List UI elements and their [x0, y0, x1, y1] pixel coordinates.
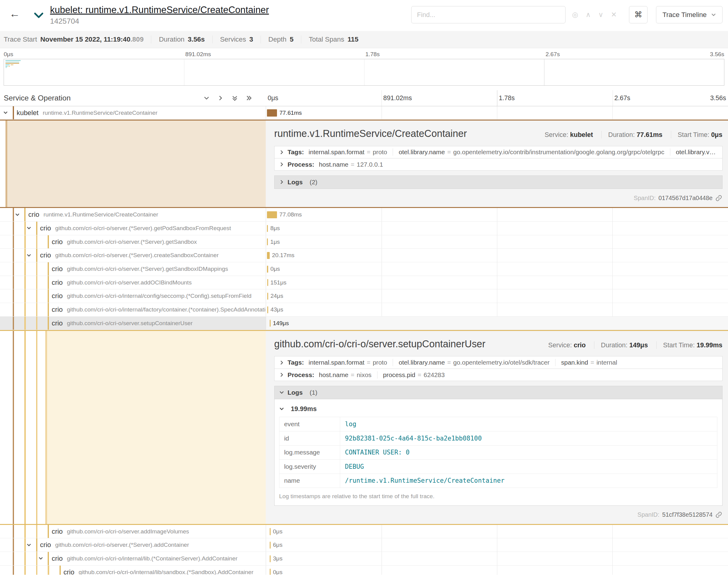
span-duration-label: 24μs [270, 289, 283, 303]
tags-list: internal.span.format=protootel.library.n… [308, 359, 617, 366]
process-accordion[interactable]: Process: host.name=127.0.0.1 [274, 159, 723, 171]
span-name-cell[interactable]: criogithub.com/cri-o/cri-o/server.(*Serv… [0, 262, 266, 276]
span-name-cell[interactable]: criogithub.com/cri-o/cri-o/server.(*Serv… [0, 249, 266, 262]
indent-guide [36, 525, 38, 538]
ruler-tick: 1.78s [499, 94, 515, 102]
span-row[interactable]: criogithub.com/cri-o/cri-o/server.addIma… [0, 525, 728, 539]
span-bar-cell[interactable]: 0μs [266, 262, 728, 276]
span-row[interactable]: criogithub.com/cri-o/cri-o/server.addOCI… [0, 276, 728, 290]
tags-list: internal.span.format=protootel.library.n… [308, 148, 716, 156]
copy-link-icon[interactable] [715, 511, 722, 518]
span-name-cell[interactable]: criogithub.com/cri-o/cri-o/internal/conf… [0, 289, 266, 303]
span-name-cell[interactable]: criogithub.com/cri-o/cri-o/internal/fact… [0, 303, 266, 316]
trace-view-selector[interactable]: Trace Timeline [656, 6, 722, 23]
span-name-cell[interactable]: criogithub.com/cri-o/cri-o/server.(*Serv… [0, 538, 266, 552]
span-bar-cell[interactable]: 151μs [266, 276, 728, 289]
tags-accordion[interactable]: Tags: internal.span.format=protootel.lib… [274, 146, 723, 159]
trace-title-link[interactable]: kubelet: runtime.v1.RuntimeService/Creat… [50, 5, 269, 15]
service-name: crio [36, 222, 51, 235]
keyboard-shortcuts-button[interactable]: ⌘ [629, 6, 648, 23]
expand-one-icon[interactable] [218, 95, 224, 101]
span-bar-cell[interactable]: 3μs [266, 552, 728, 565]
span-bar-cell[interactable]: 77.08ms [266, 208, 728, 221]
span-row[interactable]: criogithub.com/cri-o/cri-o/internal/conf… [0, 289, 728, 303]
span-bar-cell[interactable]: 20.17ms [266, 249, 728, 262]
span-name-cell[interactable]: kubeletruntime.v1.RuntimeService/CreateC… [0, 106, 266, 120]
tags-accordion[interactable]: Tags: internal.span.format=protootel.lib… [274, 356, 723, 369]
focus-match-icon[interactable]: ◎ [572, 11, 578, 18]
service-operation-title: Service & Operation [4, 94, 203, 102]
span-row[interactable]: criogithub.com/cri-o/cri-o/internal/fact… [0, 303, 728, 317]
span-name-cell[interactable]: criogithub.com/cri-o/cri-o/server.setupC… [0, 317, 266, 330]
indent-guide [13, 331, 14, 524]
span-name-cell[interactable]: criogithub.com/cri-o/cri-o/server.(*Serv… [0, 222, 266, 235]
collapse-one-icon[interactable] [203, 95, 209, 101]
expand-chevron-icon[interactable] [14, 212, 20, 217]
span-bar-cell[interactable]: 0μs [266, 566, 728, 575]
top-bar-controls: ◎ ∧ ∨ ✕ ⌘ Trace Timeline [411, 6, 723, 23]
minimap-canvas[interactable] [4, 59, 724, 86]
logs-accordion[interactable]: Logs (2) [274, 175, 723, 189]
expand-chevron-icon[interactable] [26, 225, 32, 231]
span-bar-cell[interactable]: 1μs [266, 235, 728, 249]
find-controls: ◎ ∧ ∨ ✕ [572, 11, 617, 18]
span-row[interactable]: criogithub.com/cri-o/cri-o/server.(*Serv… [0, 235, 728, 249]
logs-accordion[interactable]: Logs (1) [274, 386, 723, 399]
key-value-item: otel.library.name=go.opentelemetry.io/co… [393, 148, 664, 156]
span-duration-label: 43μs [270, 303, 283, 317]
clear-search-icon[interactable]: ✕ [611, 11, 617, 18]
indent-guide [13, 303, 14, 316]
expand-chevron-icon[interactable] [3, 110, 8, 115]
chevron-right-icon [279, 360, 284, 365]
back-button[interactable]: ← [9, 8, 20, 19]
span-bar-cell[interactable]: 0μs [266, 525, 728, 538]
span-duration-label: 0μs [273, 525, 283, 539]
indent-guide [13, 276, 14, 289]
next-match-icon[interactable]: ∨ [598, 11, 603, 18]
collapse-all-icon[interactable] [232, 95, 238, 101]
span-bar-cell[interactable]: 77.61ms [266, 106, 728, 120]
span-bar-cell[interactable]: 24μs [266, 289, 728, 303]
minimap-tick: 2.67s [544, 51, 560, 58]
expand-all-icon[interactable] [246, 95, 252, 101]
span-bar-cell[interactable]: 149μs [266, 317, 728, 330]
span-name-cell[interactable]: criogithub.com/cri-o/cri-o/server.addOCI… [0, 276, 266, 289]
span-row[interactable]: crioruntime.v1.RuntimeService/CreateCont… [0, 208, 728, 222]
chevron-down-icon [279, 390, 284, 395]
indent-guide [13, 525, 14, 538]
span-row[interactable]: criogithub.com/cri-o/cri-o/server.(*Serv… [0, 262, 728, 276]
span-bar [270, 542, 271, 549]
span-bar-cell[interactable]: 43μs [266, 303, 728, 316]
expand-chevron-icon[interactable] [26, 542, 32, 548]
span-name-cell[interactable]: crioruntime.v1.RuntimeService/CreateCont… [0, 208, 266, 221]
indent-guide [24, 525, 26, 538]
process-accordion[interactable]: Process: host.name=nixosprocess.pid=6242… [274, 369, 723, 381]
copy-link-icon[interactable] [715, 195, 722, 202]
indent-guide [24, 262, 26, 276]
find-input[interactable] [411, 6, 565, 23]
span-row[interactable]: criogithub.com/cri-o/cri-o/internal/lib/… [0, 566, 728, 575]
span-row[interactable]: criogithub.com/cri-o/cri-o/server.(*Serv… [0, 249, 728, 262]
span-name-cell[interactable]: criogithub.com/cri-o/cri-o/server.addIma… [0, 525, 266, 538]
expand-chevron-icon[interactable] [38, 555, 43, 561]
span-bar-cell[interactable]: 6μs [266, 538, 728, 552]
span-name-cell[interactable]: criogithub.com/cri-o/cri-o/internal/lib/… [0, 566, 266, 575]
span-row[interactable]: criogithub.com/cri-o/cri-o/server.(*Serv… [0, 538, 728, 552]
span-name-cell[interactable]: criogithub.com/cri-o/cri-o/internal/lib.… [0, 552, 266, 565]
span-name-cell[interactable]: criogithub.com/cri-o/cri-o/server.(*Serv… [0, 235, 266, 249]
span-row[interactable]: criogithub.com/cri-o/cri-o/server.(*Serv… [0, 222, 728, 235]
log-entry-toggle[interactable]: 19.99ms [278, 403, 718, 417]
collapse-header-chevron-icon[interactable] [33, 10, 44, 23]
indent-guide [13, 317, 14, 330]
expand-chevron-icon[interactable] [26, 252, 32, 258]
log-field-row: name/runtime.v1.RuntimeService/CreateCon… [279, 474, 717, 488]
span-bar-cell[interactable]: 8μs [266, 222, 728, 235]
span-row[interactable]: criogithub.com/cri-o/cri-o/internal/lib.… [0, 552, 728, 566]
span-bar [267, 279, 268, 286]
span-bar [267, 293, 268, 300]
duration-stat: Duration3.56s [151, 36, 212, 43]
expand-collapse-controls [203, 95, 252, 101]
span-row[interactable]: criogithub.com/cri-o/cri-o/server.setupC… [0, 317, 728, 330]
span-row[interactable]: kubeletruntime.v1.RuntimeService/CreateC… [0, 106, 728, 120]
previous-match-icon[interactable]: ∧ [586, 11, 591, 18]
